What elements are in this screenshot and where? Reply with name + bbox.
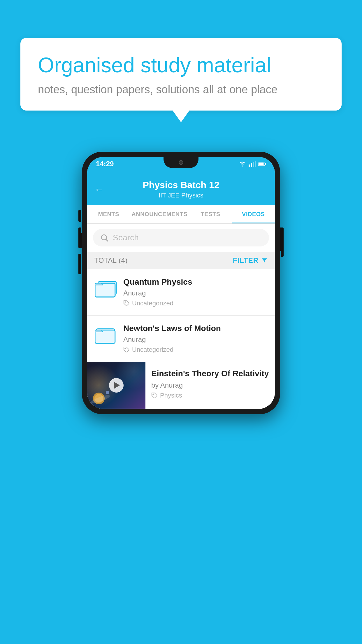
status-time: 14:29 <box>96 160 114 168</box>
folder-thumb-2 <box>94 324 117 347</box>
folder-icon <box>95 325 117 346</box>
svg-point-16 <box>125 348 126 349</box>
back-button[interactable]: ← <box>94 184 104 195</box>
search-container: Search <box>87 224 275 252</box>
video-info-2: Newton's Laws of Motion Anurag Uncategor… <box>123 324 268 354</box>
tab-tests[interactable]: TESTS <box>189 205 232 223</box>
svg-point-7 <box>101 235 107 240</box>
tab-announcements[interactable]: ANNOUNCEMENTS <box>130 205 189 223</box>
tab-bar: MENTS ANNOUNCEMENTS TESTS VIDEOS <box>87 205 275 224</box>
camera <box>179 160 183 165</box>
svg-rect-0 <box>249 164 250 167</box>
phone-outer: 14:29 <box>82 152 280 414</box>
filter-bar: TOTAL (4) FILTER <box>87 252 275 269</box>
list-item[interactable]: Newton's Laws of Motion Anurag Uncategor… <box>87 316 275 362</box>
speech-bubble-container: Organised study material notes, question… <box>20 38 342 111</box>
tab-ments[interactable]: MENTS <box>87 205 130 223</box>
wifi-icon <box>238 161 246 167</box>
video-info-1: Quantum Physics Anurag Uncategorized <box>123 277 268 307</box>
play-button[interactable] <box>109 378 124 393</box>
signal-icon <box>249 161 256 167</box>
status-icons <box>238 161 266 167</box>
video-title-2: Newton's Laws of Motion <box>123 324 268 333</box>
galaxy-image <box>90 388 113 406</box>
svg-rect-6 <box>265 163 266 165</box>
filter-icon <box>261 257 268 264</box>
tag-label-2: Uncategorized <box>132 346 173 354</box>
batch-subtitle: IIT JEE Physics <box>143 192 219 199</box>
tab-videos[interactable]: VIDEOS <box>232 205 275 223</box>
speech-bubble-subtitle: notes, question papers, solutions all at… <box>38 83 324 96</box>
batch-title: Physics Batch 12 <box>143 180 219 190</box>
svg-rect-3 <box>255 161 256 167</box>
video-title-1: Quantum Physics <box>123 277 268 287</box>
tag-icon <box>151 392 158 399</box>
tag-icon <box>123 346 130 353</box>
video-tag-1: Uncategorized <box>123 300 268 307</box>
list-item[interactable]: Einstein's Theory Of Relativity by Anura… <box>87 362 275 409</box>
battery-icon <box>258 162 266 166</box>
video-tag-3: Physics <box>151 392 269 399</box>
phone-notch <box>164 157 198 168</box>
video-author-3: by Anurag <box>151 381 269 389</box>
folder-icon <box>95 278 117 300</box>
folder-thumb-1 <box>94 277 117 301</box>
filter-label: FILTER <box>233 256 259 265</box>
tag-label-3: Physics <box>160 392 182 399</box>
speech-bubble-title: Organised study material <box>38 52 324 78</box>
svg-line-8 <box>106 239 108 242</box>
video-list: Quantum Physics Anurag Uncategorized <box>87 269 275 409</box>
video-thumbnail-einstein <box>87 362 145 409</box>
filter-button[interactable]: FILTER <box>233 256 268 265</box>
search-input[interactable]: Search <box>113 233 139 242</box>
svg-point-21 <box>153 394 154 395</box>
app-header: ← Physics Batch 12 IIT JEE Physics <box>87 174 275 205</box>
tag-icon <box>123 300 130 307</box>
video-tag-2: Uncategorized <box>123 346 268 354</box>
svg-rect-1 <box>251 163 252 167</box>
svg-point-20 <box>106 391 109 394</box>
phone-mockup: 14:29 <box>82 152 280 414</box>
video-title-3: Einstein's Theory Of Relativity <box>151 368 269 379</box>
svg-point-13 <box>125 302 126 302</box>
svg-rect-5 <box>259 163 264 165</box>
video-info-3: Einstein's Theory Of Relativity by Anura… <box>145 362 275 406</box>
total-count: TOTAL (4) <box>94 256 128 265</box>
status-bar: 14:29 <box>87 157 275 174</box>
list-item[interactable]: Quantum Physics Anurag Uncategorized <box>87 269 275 316</box>
video-author-2: Anurag <box>123 335 268 344</box>
search-icon <box>100 233 109 242</box>
speech-bubble: Organised study material notes, question… <box>20 38 342 111</box>
phone-screen: 14:29 <box>87 157 275 409</box>
search-bar[interactable]: Search <box>93 229 269 246</box>
video-author-1: Anurag <box>123 289 268 297</box>
tag-label-1: Uncategorized <box>132 300 173 307</box>
svg-rect-2 <box>253 162 254 167</box>
